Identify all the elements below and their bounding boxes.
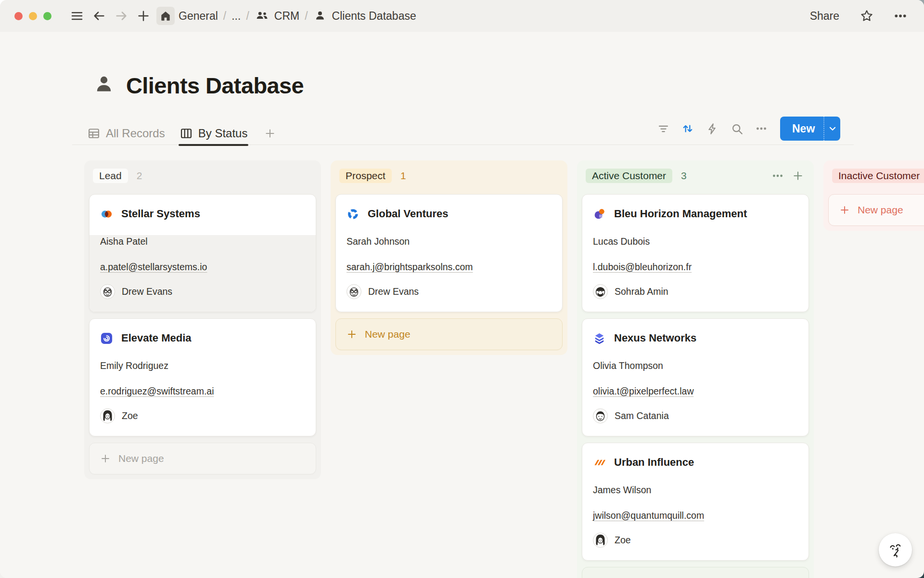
breadcrumb-item-general[interactable]: General bbox=[179, 10, 218, 23]
breadcrumb-item-ellipsis[interactable]: ... bbox=[231, 10, 241, 23]
column-count: 1 bbox=[400, 170, 406, 182]
view-options-button[interactable] bbox=[751, 118, 772, 139]
avatar-sohrab bbox=[593, 284, 608, 299]
email-link[interactable]: jwilson@quantumquill.com bbox=[593, 509, 704, 522]
add-view-button[interactable] bbox=[262, 125, 278, 142]
column-header: Prospect1 bbox=[339, 168, 559, 184]
column-status-badge[interactable]: Inactive Customer bbox=[832, 169, 924, 183]
filter-button[interactable] bbox=[653, 118, 674, 139]
column-status-badge[interactable]: Prospect bbox=[339, 169, 392, 183]
email-link[interactable]: olivia.t@pixelperfect.law bbox=[593, 385, 693, 398]
board-column-active-customer: Active Customer3Bleu Horizon ManagementL… bbox=[577, 160, 814, 578]
zoom-window-button[interactable] bbox=[43, 12, 51, 20]
bleu-horizon-logo-icon bbox=[593, 208, 606, 221]
favorite-button[interactable] bbox=[858, 7, 876, 25]
column-add-card-button[interactable] bbox=[791, 169, 805, 183]
lightning-icon bbox=[706, 122, 719, 135]
elevate-spiral-logo-icon bbox=[100, 332, 113, 345]
stellar-venn-logo-icon bbox=[100, 208, 113, 221]
sort-button[interactable] bbox=[677, 118, 698, 139]
email-link[interactable]: e.rodriguez@swiftstream.ai bbox=[100, 385, 214, 398]
column-header: Inactive Customer bbox=[832, 168, 924, 184]
sidebar-menu-button[interactable] bbox=[68, 7, 86, 25]
client-card[interactable]: Stellar SystemsAisha Patela.patel@stella… bbox=[89, 194, 316, 312]
new-page-button[interactable]: New page bbox=[89, 443, 316, 474]
kanban-board: Lead2Stellar SystemsAisha Patela.patel@s… bbox=[84, 160, 924, 578]
new-record-button[interactable]: New bbox=[780, 117, 840, 141]
column-header: Active Customer3 bbox=[586, 168, 805, 184]
avatar-drew bbox=[346, 284, 361, 299]
window-topbar: General / ... / CRM / Clients Database S… bbox=[0, 0, 924, 32]
home-button[interactable] bbox=[156, 7, 175, 25]
close-window-button[interactable] bbox=[14, 12, 23, 20]
owner-row: Sam Catania bbox=[593, 408, 798, 423]
star-icon bbox=[860, 9, 874, 23]
card-title: Bleu Horizon Management bbox=[614, 206, 747, 222]
new-tab-button[interactable] bbox=[134, 7, 153, 25]
board-column-lead: Lead2Stellar SystemsAisha Patela.patel@s… bbox=[84, 160, 321, 479]
filter-icon bbox=[657, 122, 670, 135]
client-card[interactable]: Nexus NetworksOlivia Thompsonolivia.t@pi… bbox=[582, 318, 809, 436]
hamburger-icon bbox=[70, 9, 84, 23]
assistant-fab-button[interactable] bbox=[879, 533, 912, 566]
email-link[interactable]: sarah.j@brightsparksolns.com bbox=[346, 261, 473, 274]
board-column-inactive-customer: Inactive CustomerNew page bbox=[823, 160, 924, 231]
card-properties: Olivia Thompsonolivia.t@pixelperfect.law… bbox=[582, 359, 808, 436]
card-properties: Lucas Duboisl.dubois@bleuhorizon.frSohra… bbox=[582, 235, 808, 312]
column-header: Lead2 bbox=[93, 168, 312, 184]
card-properties: Emily Rodrigueze.rodriguez@swiftstream.a… bbox=[90, 359, 316, 436]
breadcrumb-item-page[interactable]: Clients Database bbox=[332, 10, 416, 23]
new-page-button[interactable]: New page bbox=[828, 194, 924, 226]
email-link[interactable]: a.patel@stellarsystems.io bbox=[100, 261, 207, 274]
global-pinwheel-logo-icon bbox=[346, 208, 359, 221]
traffic-lights bbox=[14, 12, 51, 20]
contact-name: Emily Rodriguez bbox=[100, 359, 305, 372]
person-icon bbox=[313, 9, 327, 23]
automations-button[interactable] bbox=[702, 118, 723, 139]
owner-name: Sam Catania bbox=[615, 410, 669, 421]
new-page-label: New page bbox=[118, 453, 164, 464]
owner-name: Drew Evans bbox=[122, 286, 172, 297]
view-tabs: All Records By Status bbox=[87, 122, 278, 145]
owner-row: Sohrab Amin bbox=[593, 284, 798, 299]
tab-label: All Records bbox=[106, 127, 165, 140]
home-icon bbox=[159, 10, 172, 22]
avatar-zoe bbox=[100, 408, 115, 423]
breadcrumb: General / ... / CRM / Clients Database bbox=[179, 9, 416, 23]
plus-icon bbox=[100, 453, 111, 464]
back-button[interactable] bbox=[90, 7, 108, 25]
contact-name: Aisha Patel bbox=[100, 235, 305, 248]
new-page-button[interactable]: New page bbox=[582, 567, 809, 578]
contact-name: James Wilson bbox=[593, 484, 798, 497]
email-link[interactable]: l.dubois@bleuhorizon.fr bbox=[593, 261, 692, 274]
board-icon bbox=[180, 127, 193, 140]
chevron-down-icon[interactable] bbox=[824, 123, 840, 134]
plus-icon bbox=[136, 9, 151, 23]
tab-all-records[interactable]: All Records bbox=[87, 122, 165, 145]
search-button[interactable] bbox=[726, 118, 747, 139]
client-card[interactable]: Elevate MediaEmily Rodrigueze.rodriguez@… bbox=[89, 318, 316, 436]
plus-icon bbox=[346, 328, 358, 340]
forward-button[interactable] bbox=[112, 7, 130, 25]
minimize-window-button[interactable] bbox=[29, 12, 37, 20]
new-page-button[interactable]: New page bbox=[335, 318, 563, 350]
urban-stripes-logo-icon bbox=[593, 456, 606, 469]
owner-row: Drew Evans bbox=[346, 284, 552, 299]
column-card-list: Global VenturesSarah Johnsonsarah.j@brig… bbox=[335, 194, 563, 312]
share-button[interactable]: Share bbox=[807, 8, 842, 25]
column-status-badge[interactable]: Lead bbox=[93, 169, 128, 183]
column-options-button[interactable] bbox=[770, 169, 785, 183]
client-card[interactable]: Global VenturesSarah Johnsonsarah.j@brig… bbox=[335, 194, 563, 312]
card-title: Global Ventures bbox=[368, 206, 449, 222]
contact-name: Olivia Thompson bbox=[593, 359, 798, 372]
column-status-badge[interactable]: Active Customer bbox=[586, 169, 672, 183]
tab-by-status[interactable]: By Status bbox=[180, 122, 248, 145]
client-card[interactable]: Urban InfluenceJames Wilsonjwilson@quant… bbox=[582, 443, 809, 561]
owner-name: Zoe bbox=[615, 535, 631, 546]
client-card[interactable]: Bleu Horizon ManagementLucas Duboisl.dub… bbox=[582, 194, 809, 312]
new-page-label: New page bbox=[858, 204, 903, 216]
breadcrumb-item-crm[interactable]: CRM bbox=[274, 10, 299, 23]
page-icon-person[interactable] bbox=[92, 73, 116, 98]
more-options-button[interactable] bbox=[891, 7, 910, 25]
view-toolbar: New bbox=[653, 117, 840, 141]
